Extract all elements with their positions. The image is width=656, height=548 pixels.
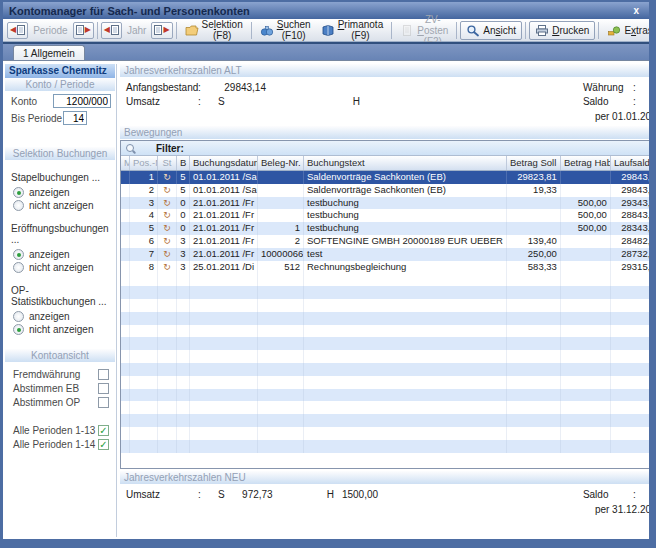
cell-col-6: Saldenvorträge Sachkonten (EB)	[304, 171, 507, 184]
empty-cell	[258, 350, 304, 363]
magnifier-icon	[466, 24, 480, 37]
neu-haben-indicator: H	[327, 489, 334, 500]
toolbar-separator	[456, 22, 457, 39]
radio-option[interactable]: anzeigen	[13, 311, 109, 322]
empty-cell	[258, 363, 304, 376]
booking-status-icon: ↻	[163, 236, 171, 246]
radio-option-label: anzeigen	[29, 311, 70, 322]
column-header-0[interactable]: M	[121, 156, 130, 170]
cell-col-4: 21.01.2011 /Fr	[190, 209, 258, 222]
column-header-2[interactable]: St	[158, 156, 177, 170]
printer-icon	[535, 24, 549, 37]
empty-cell	[158, 299, 177, 312]
column-header-6[interactable]: Buchungstext	[304, 156, 507, 170]
radio-group-1: Stapelbuchungen ...anzeigennicht anzeige…	[11, 172, 109, 211]
empty-table-row	[121, 414, 656, 427]
empty-cell	[507, 376, 561, 389]
selektion-label: Selektion (F8)	[202, 19, 243, 41]
empty-cell	[121, 401, 130, 414]
primanota-button[interactable]: Primanota (F9)	[316, 21, 389, 40]
prev-periode-button[interactable]: ◀	[7, 22, 28, 39]
bis-periode-input[interactable]	[63, 111, 87, 125]
empty-cell	[190, 350, 258, 363]
prev-jahr-button[interactable]: ◀	[101, 22, 122, 39]
empty-cell	[258, 427, 304, 440]
empty-table-row	[121, 427, 656, 440]
checkbox-row[interactable]: Abstimmen OP	[13, 397, 109, 408]
radio-option[interactable]: nicht anzeigen	[13, 262, 109, 273]
table-row[interactable]: 7↻321.01.2011 /Fr10000066test250,0028732…	[121, 248, 656, 261]
filter-bar[interactable]: Filter:	[121, 141, 656, 156]
empty-cell	[177, 440, 190, 453]
empty-cell	[121, 414, 130, 427]
column-header-1[interactable]: Pos.-Nr	[130, 156, 158, 170]
empty-cell	[177, 299, 190, 312]
konto-input[interactable]	[53, 94, 111, 108]
empty-cell	[611, 286, 656, 299]
empty-cell	[130, 427, 158, 440]
table-row[interactable]: 3↻021.01.2011 /Frtestbuchung500,0029343,…	[121, 197, 656, 210]
checkbox-icon	[98, 383, 109, 394]
radio-option[interactable]: nicht anzeigen	[13, 200, 109, 211]
cell-col-1: 2	[130, 184, 158, 197]
empty-cell	[190, 286, 258, 299]
empty-cell	[304, 299, 507, 312]
radio-selected-icon	[13, 249, 24, 260]
cell-col-4: 25.01.2011 /Di	[190, 261, 258, 274]
empty-cell	[507, 299, 561, 312]
tab-allgemein[interactable]: 1 Allgemein	[13, 45, 85, 60]
table-row[interactable]: 8↻325.01.2011 /Di512Rechnungsbegleichung…	[121, 261, 656, 274]
cell-col-5: 2	[258, 235, 304, 248]
cell-col-2: ↻	[158, 235, 177, 248]
extras-button[interactable]: Extras	[602, 21, 656, 40]
empty-cell	[190, 401, 258, 414]
empty-cell	[561, 440, 611, 453]
close-button[interactable]: x	[629, 5, 643, 16]
empty-cell	[158, 440, 177, 453]
empty-cell	[507, 350, 561, 363]
empty-cell	[130, 337, 158, 350]
window-title: Kontomanager für Sach- und Personenkonte…	[9, 5, 250, 17]
next-jahr-button[interactable]: ▶	[151, 22, 172, 39]
column-header-4[interactable]: Buchungsdatum	[190, 156, 258, 170]
column-header-5[interactable]: Beleg-Nr.	[258, 156, 304, 170]
suchen-button[interactable]: Suchen (F10)	[255, 21, 316, 40]
next-periode-button[interactable]: ▶	[73, 22, 94, 39]
cell-col-1: 7	[130, 248, 158, 261]
cell-col-0	[121, 197, 130, 210]
drucken-button[interactable]: Drucken	[529, 21, 595, 40]
cell-col-1: 1	[130, 171, 158, 184]
table-row[interactable]: 6↻321.01.2011 /Fr2SOFTENGINE GMBH 200001…	[121, 235, 656, 248]
cell-col-6: Rechnungsbegleichung	[304, 261, 507, 274]
checkbox-row[interactable]: Alle Perioden 1-13✓	[13, 425, 109, 436]
table-row[interactable]: 1↻501.01.2011 /SaSaldenvorträge Sachkont…	[121, 171, 656, 184]
empty-table-row	[121, 350, 656, 363]
ansicht-button[interactable]: Ansicht	[460, 21, 522, 40]
radio-option[interactable]: anzeigen	[13, 187, 109, 198]
table-row[interactable]: 5↻021.01.2011 /Fr1testbuchung500,0028343…	[121, 222, 656, 235]
empty-cell	[611, 414, 656, 427]
selektion-button[interactable]: Selektion (F8)	[180, 21, 248, 40]
column-header-9[interactable]: Laufsaldo	[611, 156, 656, 170]
checkbox-row[interactable]: Alle Perioden 1-14✓	[13, 439, 109, 450]
checkbox-row[interactable]: Fremdwährung	[13, 369, 109, 380]
checkbox-row[interactable]: Abstimmen EB	[13, 383, 109, 394]
table-row[interactable]: 2↻501.01.2011 /SaSaldenvorträge Sachkont…	[121, 184, 656, 197]
empty-cell	[507, 363, 561, 376]
column-header-7[interactable]: Betrag Soll	[507, 156, 561, 170]
neu-per-date: per 31.12.2011	[595, 504, 656, 515]
cell-col-6: testbuchung	[304, 197, 507, 210]
radio-option[interactable]: nicht anzeigen	[13, 324, 109, 335]
empty-table-row	[121, 286, 656, 299]
radio-option-label: anzeigen	[29, 187, 70, 198]
cell-col-5	[258, 209, 304, 222]
filter-label: Filter:	[156, 143, 184, 154]
cell-col-4: 01.01.2011 /Sa	[190, 184, 258, 197]
empty-cell	[258, 273, 304, 286]
column-header-3[interactable]: B	[177, 156, 190, 170]
radio-option[interactable]: anzeigen	[13, 249, 109, 260]
table-row[interactable]: 4↻021.01.2011 /Frtestbuchung500,0028843,…	[121, 209, 656, 222]
column-header-8[interactable]: Betrag Haben	[561, 156, 611, 170]
empty-cell	[304, 376, 507, 389]
waehrung-label: Währung	[583, 82, 633, 93]
